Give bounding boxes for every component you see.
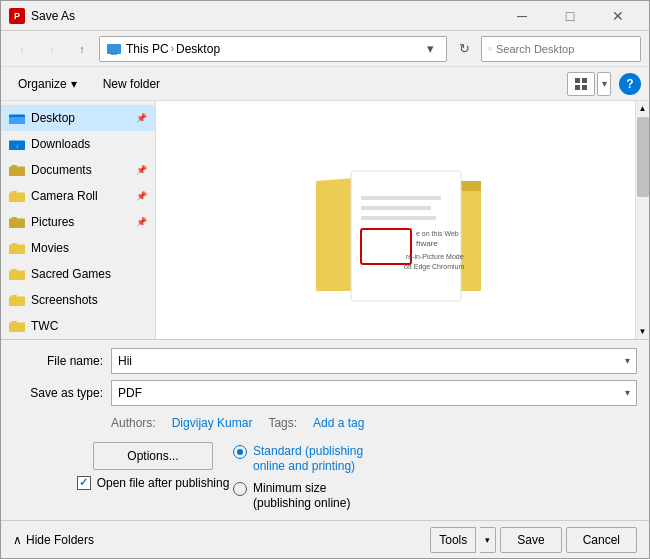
options-left: Options... ✓ Open file after publishing: [13, 442, 233, 490]
hide-folders-button[interactable]: ∧ Hide Folders: [13, 533, 94, 547]
svg-rect-5: [582, 78, 587, 83]
save-as-dialog: P Save As ─ □ ✕ ‹ › ↑ This PC › Desktop …: [0, 0, 650, 559]
view-button[interactable]: [567, 72, 595, 96]
organize-dropdown-icon: ▾: [71, 77, 77, 91]
view-icon: [574, 77, 588, 91]
minimize-button[interactable]: ─: [499, 1, 545, 31]
sidebar-item-documents[interactable]: Documents 📌: [1, 157, 155, 183]
scrollbar-thumb[interactable]: [637, 117, 649, 197]
file-name-dropdown-icon: ▾: [625, 355, 630, 366]
sidebar-item-camera-roll[interactable]: Camera Roll 📌: [1, 183, 155, 209]
open-file-checkbox[interactable]: ✓: [77, 476, 91, 490]
pin-icon-pictures: 📌: [136, 217, 147, 227]
footer: ∧ Hide Folders Tools ▾ Save Cancel: [1, 520, 649, 558]
svg-rect-12: [9, 166, 25, 176]
svg-rect-18: [9, 244, 25, 254]
pin-icon-docs: 📌: [136, 165, 147, 175]
open-file-row: ✓ Open file after publishing: [77, 476, 230, 490]
footer-actions: Tools ▾ Save Cancel: [430, 527, 637, 553]
toolbar: Organize ▾ New folder ▾ ?: [1, 67, 649, 101]
file-name-label: File name:: [13, 354, 103, 368]
save-as-type-label: Save as type:: [13, 386, 103, 400]
forward-button[interactable]: ›: [39, 36, 65, 62]
radio-standard-row: Standard (publishingonline and printing): [233, 444, 637, 475]
svg-rect-27: [361, 196, 441, 200]
sidebar-item-twc[interactable]: TWC: [1, 313, 155, 339]
search-input[interactable]: [496, 43, 634, 55]
svg-rect-9: [9, 116, 25, 123]
sidebar: Desktop 📌 ↓ Downloads Documents 📌: [1, 101, 156, 339]
svg-rect-13: [11, 164, 17, 166]
close-button[interactable]: ✕: [595, 1, 641, 31]
sidebar-item-sacred-games[interactable]: Sacred Games: [1, 261, 155, 287]
tools-dropdown-button[interactable]: ▾: [480, 527, 496, 553]
search-box[interactable]: [481, 36, 641, 62]
maximize-button[interactable]: □: [547, 1, 593, 31]
pin-icon: 📌: [136, 113, 147, 123]
organize-button[interactable]: Organize ▾: [9, 71, 86, 97]
save-as-type-field[interactable]: PDF ▾: [111, 380, 637, 406]
refresh-button[interactable]: ↻: [451, 36, 477, 62]
svg-text:oft Edge Chromium: oft Edge Chromium: [404, 263, 464, 271]
this-pc-icon: [106, 41, 122, 57]
help-button[interactable]: ?: [619, 73, 641, 95]
svg-rect-24: [9, 322, 25, 332]
options-button[interactable]: Options...: [93, 442, 213, 470]
sidebar-item-screenshots[interactable]: Screenshots: [1, 287, 155, 313]
back-button[interactable]: ‹: [9, 36, 35, 62]
documents-icon: [9, 164, 25, 177]
nav-bar: ‹ › ↑ This PC › Desktop ▾ ↻: [1, 31, 649, 67]
svg-rect-21: [11, 268, 17, 270]
tags-value[interactable]: Add a tag: [313, 416, 364, 430]
main-content: Desktop 📌 ↓ Downloads Documents 📌: [1, 101, 649, 339]
view-dropdown-button[interactable]: ▾: [597, 72, 611, 96]
address-dropdown-button[interactable]: ▾: [420, 37, 440, 61]
scrollbar-down-button[interactable]: ▼: [636, 325, 650, 339]
svg-text:↓: ↓: [15, 141, 18, 148]
scrollbar-up-button[interactable]: ▲: [636, 101, 650, 115]
cancel-button[interactable]: Cancel: [566, 527, 637, 553]
svg-rect-17: [11, 216, 17, 218]
title-bar: P Save As ─ □ ✕: [1, 1, 649, 31]
sidebar-item-downloads[interactable]: ↓ Downloads: [1, 131, 155, 157]
svg-point-2: [488, 47, 491, 50]
right-scrollbar: ▲ ▼: [635, 101, 649, 339]
up-button[interactable]: ↑: [69, 36, 95, 62]
tools-button[interactable]: Tools: [430, 527, 476, 553]
save-type-dropdown-icon: ▾: [625, 387, 630, 398]
checkbox-check-icon: ✓: [79, 476, 88, 489]
address-this-pc: This PC: [126, 42, 169, 56]
save-button[interactable]: Save: [500, 527, 561, 553]
file-name-input[interactable]: [118, 354, 625, 368]
radio-standard-label: Standard (publishingonline and printing): [253, 444, 363, 475]
save-as-type-row: Save as type: PDF ▾: [13, 380, 637, 406]
sacred-games-icon: [9, 268, 25, 281]
authors-value[interactable]: Digvijay Kumar: [172, 416, 253, 430]
svg-rect-4: [575, 78, 580, 83]
svg-rect-29: [361, 216, 436, 220]
screenshots-icon: [9, 294, 25, 307]
camera-roll-icon: [9, 190, 25, 203]
hide-folders-chevron: ∧: [13, 533, 22, 547]
new-folder-button[interactable]: New folder: [94, 71, 169, 97]
radio-minimum[interactable]: [233, 482, 247, 496]
svg-line-3: [491, 49, 492, 50]
radio-minimum-label: Minimum size(publishing online): [253, 481, 350, 512]
folder-illustration: ftware re-in-Picture Mode oft Edge Chrom…: [296, 121, 496, 311]
svg-rect-0: [107, 44, 121, 54]
pictures-icon: [9, 216, 25, 229]
address-bar[interactable]: This PC › Desktop ▾: [99, 36, 447, 62]
options-right: Standard (publishingonline and printing)…: [233, 442, 637, 512]
sidebar-item-movies[interactable]: Movies: [1, 235, 155, 261]
sidebar-item-desktop[interactable]: Desktop 📌: [1, 105, 155, 131]
hide-folders-label: Hide Folders: [26, 533, 94, 547]
svg-rect-6: [575, 85, 580, 90]
twc-icon: [9, 320, 25, 333]
radio-standard[interactable]: [233, 445, 247, 459]
sidebar-item-pictures[interactable]: Pictures 📌: [1, 209, 155, 235]
metadata-row: Authors: Digvijay Kumar Tags: Add a tag: [111, 412, 637, 434]
options-area: Options... ✓ Open file after publishing …: [13, 442, 637, 512]
svg-rect-19: [11, 242, 17, 244]
file-name-field[interactable]: ▾: [111, 348, 637, 374]
svg-rect-16: [9, 218, 25, 228]
